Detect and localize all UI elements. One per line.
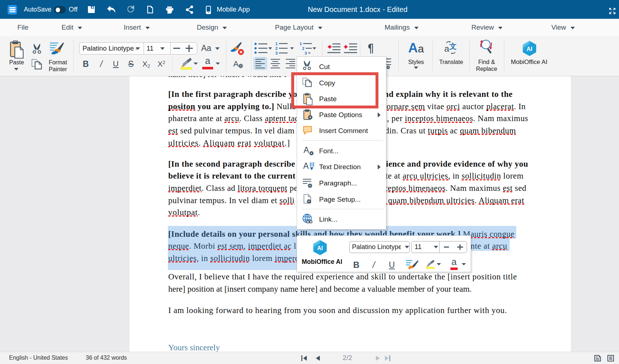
svg-text:a: a: [444, 44, 449, 53]
svg-text:2: 2: [302, 46, 304, 51]
svg-text:2: 2: [275, 46, 277, 51]
svg-text:3: 3: [305, 51, 307, 55]
svg-text:1: 1: [300, 42, 302, 46]
svg-text:3: 3: [275, 51, 277, 55]
svg-text:1: 1: [275, 42, 278, 46]
svg-text:AI: AI: [317, 245, 323, 251]
svg-text:文: 文: [449, 42, 457, 50]
svg-text:AI: AI: [527, 46, 533, 52]
